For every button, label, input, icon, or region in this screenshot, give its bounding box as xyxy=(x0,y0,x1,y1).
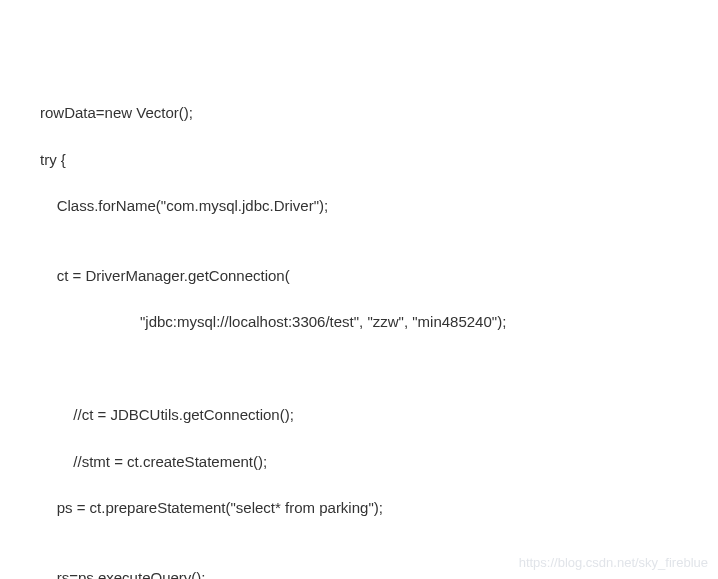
code-line: Class.forName("com.mysql.jdbc.Driver"); xyxy=(40,194,718,217)
code-line: "jdbc:mysql://localhost:3306/test", "zzw… xyxy=(40,310,718,333)
code-line: //stmt = ct.createStatement(); xyxy=(40,450,718,473)
code-line: //ct = JDBCUtils.getConnection(); xyxy=(40,403,718,426)
code-line: rowData=new Vector(); xyxy=(40,101,718,124)
code-line: ps = ct.prepareStatement("select* from p… xyxy=(40,496,718,519)
code-line: try { xyxy=(40,148,718,171)
code-line: ct = DriverManager.getConnection( xyxy=(40,264,718,287)
watermark-text: https://blog.csdn.net/sky_fireblue xyxy=(519,553,708,573)
